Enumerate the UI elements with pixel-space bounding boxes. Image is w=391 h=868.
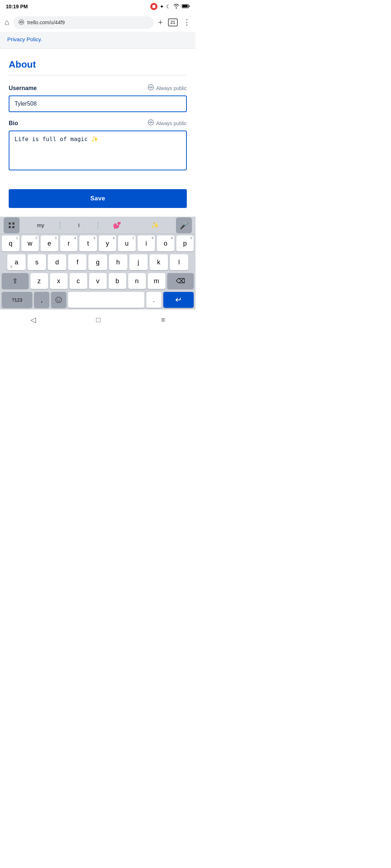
suggestion-emoji-sparkle[interactable]: ✨ — [136, 220, 174, 231]
status-time: 10:19 PM — [6, 4, 28, 9]
site-icon — [18, 19, 24, 26]
key-v[interactable]: v — [89, 273, 107, 289]
wifi-icon — [173, 4, 180, 10]
svg-rect-10 — [9, 222, 11, 225]
browser-bar: ⌂ trello.com/u/44f9 + 21 ⋮ — [0, 13, 196, 32]
username-always-public-text: Always public — [156, 85, 187, 91]
nav-back-button[interactable]: ◁ — [23, 313, 43, 326]
space-key[interactable] — [68, 292, 144, 308]
key-o[interactable]: o9 — [157, 235, 175, 251]
key-l[interactable]: l — [170, 254, 188, 270]
key-m[interactable]: m — [148, 273, 165, 289]
suggestion-emoji-heart[interactable]: 💕 — [98, 220, 136, 231]
bio-globe-icon — [148, 119, 154, 127]
privacy-policy-link[interactable]: Privacy Policy. — [7, 36, 42, 42]
url-bar[interactable]: trello.com/u/44f9 — [13, 16, 154, 29]
svg-point-14 — [56, 297, 62, 303]
period-key[interactable]: . — [146, 292, 161, 308]
key-h[interactable]: h — [109, 254, 127, 270]
key-r[interactable]: r4 — [60, 235, 78, 251]
bio-always-public: Always public — [148, 119, 187, 127]
screen-record-icon — [150, 3, 157, 10]
username-form-group: Username Always public — [9, 84, 187, 112]
status-icons: ✦ ☾ — [150, 3, 190, 10]
suggestion-I[interactable]: I — [60, 221, 98, 230]
nav-menu-button[interactable]: ≡ — [154, 314, 173, 326]
page-content: Privacy Policy. About Username Always pu… — [0, 32, 196, 217]
key-i[interactable]: i8 — [138, 235, 155, 251]
key-t[interactable]: t5 — [79, 235, 97, 251]
svg-rect-12 — [9, 226, 11, 228]
username-always-public: Always public — [148, 84, 187, 92]
key-x[interactable]: x — [50, 273, 68, 289]
key-e[interactable]: e3 — [41, 235, 58, 251]
save-button[interactable]: Save — [9, 189, 187, 208]
bio-label: Bio — [9, 120, 18, 127]
status-bar: 10:19 PM ✦ ☾ — [0, 0, 196, 13]
nav-bar: ◁ □ ≡ — [0, 309, 196, 331]
moon-icon: ☾ — [166, 4, 171, 9]
keyboard: my I 💕 ✨ 🎤 q1 w2 e3 r4 t5 y6 u7 i8 o9 p0… — [0, 217, 196, 331]
shift-key[interactable]: ⇧ — [2, 273, 29, 289]
enter-key[interactable] — [163, 292, 194, 308]
new-tab-button[interactable]: + — [158, 18, 163, 27]
key-k[interactable]: k — [150, 254, 168, 270]
key-j[interactable]: j — [129, 254, 148, 270]
key-y[interactable]: y6 — [99, 235, 117, 251]
keyboard-row-2: ↖a s d f g h j k l — [0, 253, 196, 272]
browser-actions: + 21 ⋮ — [158, 18, 191, 27]
username-globe-icon — [148, 84, 154, 92]
keyboard-row-1: q1 w2 e3 r4 t5 y6 u7 i8 o9 p0 — [0, 234, 196, 253]
url-text: trello.com/u/44f9 — [27, 20, 65, 25]
save-button-container: Save — [0, 179, 196, 217]
svg-rect-13 — [12, 226, 14, 228]
battery-icon — [182, 4, 190, 9]
about-section: About Username Always public — [0, 49, 196, 172]
username-input[interactable] — [9, 95, 187, 112]
svg-rect-1 — [182, 5, 188, 8]
key-b[interactable]: b — [109, 273, 126, 289]
key-c[interactable]: c — [70, 273, 87, 289]
suggestions-bar: my I 💕 ✨ 🎤 — [0, 217, 196, 234]
svg-point-16 — [59, 299, 60, 299]
numbers-key[interactable]: ?123 — [2, 292, 32, 308]
svg-rect-2 — [189, 5, 190, 7]
browser-menu-button[interactable]: ⋮ — [183, 18, 191, 27]
key-u[interactable]: u7 — [118, 235, 136, 251]
emoji-key[interactable] — [51, 292, 66, 308]
keyboard-row-3: ⇧ z x c v b n m ⌫ — [0, 272, 196, 290]
bio-field-header: Bio Always public — [9, 119, 187, 127]
bluetooth-icon: ✦ — [160, 4, 164, 9]
mic-button[interactable]: 🎤 — [176, 217, 192, 233]
privacy-banner: Privacy Policy. — [0, 32, 196, 49]
home-button[interactable]: ⌂ — [4, 18, 9, 27]
about-title: About — [9, 59, 187, 70]
mic-icon: 🎤 — [180, 221, 189, 230]
keyboard-grid-button[interactable] — [4, 217, 20, 233]
bio-textarea[interactable]: Life is full of magic ✨ — [9, 131, 187, 170]
key-q[interactable]: q1 — [2, 235, 20, 251]
key-s[interactable]: s — [28, 254, 46, 270]
key-w[interactable]: w2 — [21, 235, 39, 251]
svg-rect-11 — [12, 222, 14, 225]
key-g[interactable]: g — [88, 254, 107, 270]
bio-always-public-text: Always public — [156, 120, 187, 126]
nav-home-button[interactable]: □ — [89, 314, 108, 326]
key-a[interactable]: ↖a — [7, 254, 26, 270]
comma-key[interactable]: , — [34, 292, 49, 308]
suggestion-my[interactable]: my — [22, 221, 60, 230]
key-p[interactable]: p0 — [176, 235, 194, 251]
username-field-header: Username Always public — [9, 84, 187, 92]
keyboard-row-4: ?123 , . — [0, 290, 196, 309]
key-z[interactable]: z — [30, 273, 48, 289]
tab-count-badge[interactable]: 21 — [168, 18, 178, 26]
backspace-key[interactable]: ⌫ — [167, 273, 194, 289]
section-divider — [9, 75, 187, 76]
svg-point-15 — [57, 299, 58, 299]
bio-form-group: Bio Always public Life is full of magic … — [9, 119, 187, 172]
key-f[interactable]: f — [68, 254, 87, 270]
key-n[interactable]: n — [128, 273, 146, 289]
username-label: Username — [9, 85, 37, 92]
key-d[interactable]: d — [48, 254, 66, 270]
